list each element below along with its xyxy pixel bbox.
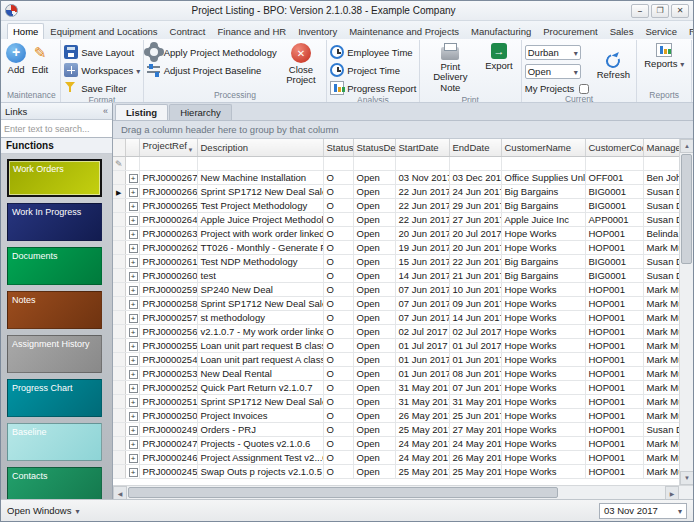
cell-status[interactable]: O: [323, 240, 353, 254]
ribbon-tab-inventory[interactable]: Inventory: [292, 23, 343, 39]
cell-statusdesc[interactable]: Open: [353, 310, 395, 324]
ribbon-tab-manufacturing[interactable]: Manufacturing: [465, 23, 537, 39]
expand-icon[interactable]: [129, 244, 138, 253]
cell-ref[interactable]: PRJ0000259: [139, 282, 197, 296]
ribbon-tab-finance-and-hr[interactable]: Finance and HR: [211, 23, 292, 39]
cell-status[interactable]: O: [323, 184, 353, 198]
cell-customer[interactable]: Big Bargains: [501, 184, 585, 198]
table-row[interactable]: PRJ0000253New Deal RentalOOpen01 Jun 201…: [113, 366, 679, 380]
cell-end[interactable]: 07 Jun 2017: [449, 380, 501, 394]
cell-ref[interactable]: PRJ0000256: [139, 324, 197, 338]
cell-manager[interactable]: Susan Du: [643, 254, 679, 268]
cell-customer[interactable]: Hope Works: [501, 380, 585, 394]
function-tile-assignment-history[interactable]: Assignment History: [7, 335, 102, 373]
cell-code[interactable]: HOP001: [585, 226, 643, 240]
cell-code[interactable]: HOP001: [585, 422, 643, 436]
vertical-scrollbar[interactable]: [679, 139, 693, 485]
cell-customer[interactable]: Hope Works: [501, 352, 585, 366]
table-row[interactable]: PRJ0000252Quick Part Return v2.1.0.7OOpe…: [113, 380, 679, 394]
close-project-button[interactable]: Close Project: [279, 41, 323, 88]
open-windows-button[interactable]: Open Windows: [7, 505, 79, 516]
filter-cell[interactable]: [643, 156, 679, 170]
scroll-left-icon[interactable]: [113, 486, 127, 499]
cell-desc[interactable]: Project Assignment Test v2...0..5: [197, 450, 323, 464]
cell-manager[interactable]: Mark Mud: [643, 380, 679, 394]
cell-status[interactable]: O: [323, 366, 353, 380]
employee-time-button[interactable]: Employee Time: [330, 45, 416, 59]
cell-end[interactable]: 14 Jun 2017: [449, 310, 501, 324]
column-header-customername[interactable]: CustomerName: [501, 139, 585, 156]
filter-cell[interactable]: [323, 156, 353, 170]
cell-desc[interactable]: Loan unit part request A class: [197, 352, 323, 366]
cell-customer[interactable]: Big Bargains: [501, 198, 585, 212]
cell-customer[interactable]: Apple Juice Inc: [501, 212, 585, 226]
table-row[interactable]: PRJ0000255Loan unit part request B class…: [113, 338, 679, 352]
cell-desc[interactable]: Sprint SP1712 New Deal Sale: [197, 184, 323, 198]
cell-status[interactable]: O: [323, 324, 353, 338]
cell-start[interactable]: 22 Jun 2017: [395, 212, 449, 226]
cell-end[interactable]: 03 Dec 2017: [449, 170, 501, 184]
cell-statusdesc[interactable]: Open: [353, 184, 395, 198]
horizontal-scrollbar[interactable]: [113, 485, 693, 499]
cell-end[interactable]: 29 Jun 2017: [449, 198, 501, 212]
cell-statusdesc[interactable]: Open: [353, 282, 395, 296]
cell-desc[interactable]: Sprint SP1712 New Deal Sale: [197, 394, 323, 408]
cell-desc[interactable]: Project Invoices: [197, 408, 323, 422]
cell-customer[interactable]: Hope Works: [501, 282, 585, 296]
expand-icon[interactable]: [129, 272, 138, 281]
cell-ref[interactable]: PRJ0000250: [139, 408, 197, 422]
cell-ref[interactable]: PRJ0000267: [139, 170, 197, 184]
cell-customer[interactable]: Hope Works: [501, 338, 585, 352]
horizontal-scroll-track[interactable]: [127, 486, 665, 499]
table-row[interactable]: PRJ0000256v2.1.0.7 - My work order linke…: [113, 324, 679, 338]
filter-cell[interactable]: [585, 156, 643, 170]
cell-desc[interactable]: test: [197, 268, 323, 282]
expand-icon[interactable]: [129, 468, 138, 477]
cell-end[interactable]: 24 May 2017: [449, 436, 501, 450]
close-button[interactable]: [671, 4, 689, 18]
cell-customer[interactable]: Hope Works: [501, 296, 585, 310]
cell-customer[interactable]: Hope Works: [501, 226, 585, 240]
cell-start[interactable]: 31 May 2017: [395, 394, 449, 408]
collapse-panel-icon[interactable]: [103, 106, 108, 116]
cell-start[interactable]: 24 May 2017: [395, 450, 449, 464]
cell-statusdesc[interactable]: Open: [353, 226, 395, 240]
cell-desc[interactable]: Sprint SP1712 New Deal Sale: [197, 296, 323, 310]
cell-ref[interactable]: PRJ0000261: [139, 254, 197, 268]
cell-ref[interactable]: PRJ0000260: [139, 268, 197, 282]
cell-customer[interactable]: Hope Works: [501, 450, 585, 464]
horizontal-scroll-thumb[interactable]: [128, 487, 558, 498]
site-select[interactable]: Durban: [525, 45, 581, 60]
progress-report-button[interactable]: Progress Report: [330, 81, 416, 95]
scroll-right-icon[interactable]: [665, 486, 679, 499]
cell-start[interactable]: 22 Jun 2017: [395, 198, 449, 212]
cell-end[interactable]: 25 Jun 2017: [449, 408, 501, 422]
refresh-button[interactable]: Refresh: [592, 52, 634, 82]
cell-code[interactable]: HOP001: [585, 296, 643, 310]
cell-statusdesc[interactable]: Open: [353, 170, 395, 184]
expand-icon[interactable]: [129, 342, 138, 351]
cell-start[interactable]: 01 Jun 2017: [395, 366, 449, 380]
cell-end[interactable]: 02 Jul 2017: [449, 324, 501, 338]
cell-start[interactable]: 01 Jun 2017: [395, 352, 449, 366]
cell-status[interactable]: O: [323, 198, 353, 212]
cell-end[interactable]: 10 Jun 2017: [449, 282, 501, 296]
cell-customer[interactable]: Hope Works: [501, 464, 585, 478]
column-header-customercode[interactable]: CustomerCode: [585, 139, 643, 156]
cell-ref[interactable]: PRJ0000258: [139, 296, 197, 310]
cell-status[interactable]: O: [323, 436, 353, 450]
column-header-managername[interactable]: ManagerName: [643, 139, 679, 156]
cell-start[interactable]: 22 Jun 2017: [395, 184, 449, 198]
tab-listing[interactable]: Listing: [115, 104, 168, 120]
cell-customer[interactable]: Hope Works: [501, 408, 585, 422]
cell-desc[interactable]: Swap Outs p rojects v2.1.0.5: [197, 464, 323, 478]
cell-manager[interactable]: Mark Mud: [643, 450, 679, 464]
expand-icon[interactable]: [129, 286, 138, 295]
cell-code[interactable]: HOP001: [585, 324, 643, 338]
cell-statusdesc[interactable]: Open: [353, 394, 395, 408]
workspaces-button[interactable]: Workspaces: [64, 63, 140, 77]
table-row[interactable]: PRJ0000259SP240 New DealOOpen07 Jun 2017…: [113, 282, 679, 296]
expand-icon[interactable]: [129, 370, 138, 379]
cell-manager[interactable]: Mark Mud: [643, 324, 679, 338]
cell-status[interactable]: O: [323, 408, 353, 422]
